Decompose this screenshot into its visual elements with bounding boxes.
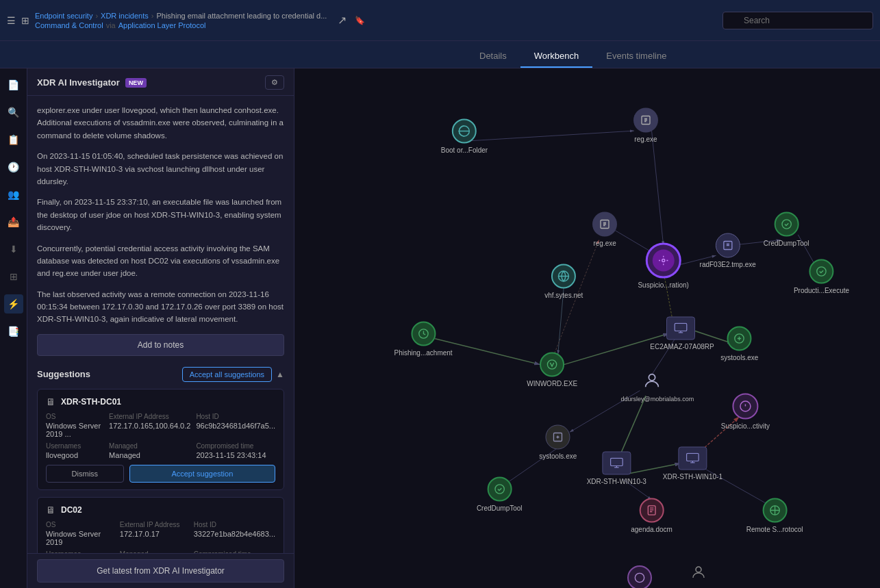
node-reg2[interactable]: reg.exe: [592, 212, 617, 247]
node-reg1[interactable]: reg.exe: [633, 108, 658, 143]
breadcrumb-command-control[interactable]: Command & Control: [35, 21, 103, 29]
svg-point-25: [662, 259, 665, 262]
tab-bar: Details Workbench Events timeline: [0, 41, 880, 68]
node-suspicious-ration[interactable]: Suspicio...ration): [638, 243, 688, 289]
node-creddump1[interactable]: CredDumpTool: [764, 212, 809, 247]
get-latest-button[interactable]: Get latest from XDR AI Investigator: [37, 559, 284, 583]
ai-investigator-header: XDR AI Investigator NEW ⚙: [27, 68, 294, 96]
tab-workbench[interactable]: Workbench: [520, 45, 593, 68]
node-label-creddump1: CredDumpTool: [764, 240, 809, 247]
breadcrumb-top: Endpoint security › XDR incidents › Phis…: [35, 12, 327, 20]
node-ec2amaz[interactable]: EC2AMAZ-07A08RP: [650, 317, 712, 350]
bookmark-icon[interactable]: 🔖: [355, 16, 365, 25]
node-label-producti: Producti...Execute: [794, 286, 849, 294]
field-ip-1: External IP Address 172.17.0.165,100.64.…: [109, 413, 190, 438]
node-circle-ec2amaz: [666, 317, 695, 340]
ai-settings-button[interactable]: ⚙: [265, 75, 284, 90]
suggestion-card-2: 🖥 DC02 OS Windows Server 2019 External I…: [37, 497, 284, 553]
node-label-reg1: reg.exe: [634, 136, 657, 143]
node-creddump2[interactable]: CredDumpTool: [477, 477, 523, 512]
node-xdr-win10-1[interactable]: XDR-STH-WIN10-1: [663, 446, 722, 480]
sidebar-icon-lightning[interactable]: ⚡: [4, 294, 23, 314]
node-circle-winword: [540, 353, 564, 377]
node-label-vhf: vhf.sytes.net: [544, 292, 583, 299]
node-agenda[interactable]: agenda.docm: [631, 498, 672, 533]
node-phishing[interactable]: Phishing...achment: [394, 321, 453, 356]
node-boot-folder[interactable]: Boot or...Folder: [441, 118, 488, 153]
svg-rect-36: [610, 459, 623, 466]
node-circle-agenda: [640, 498, 664, 522]
node-systools1[interactable]: systools.exe: [720, 327, 758, 361]
add-to-notes-button[interactable]: Add to notes: [37, 334, 284, 356]
svg-point-31: [548, 360, 557, 369]
left-panel: XDR AI Investigator NEW ⚙ explorer.exe u…: [27, 68, 294, 588]
sidebar-icon-export[interactable]: 📤: [4, 212, 23, 231]
breadcrumb-app-layer[interactable]: Application Layer Protocol: [118, 21, 206, 29]
search-input[interactable]: [722, 12, 873, 29]
svg-point-42: [696, 567, 701, 572]
card-1-title-row: 🖥 XDR-STH-DC01: [46, 396, 275, 407]
node-circle-boot: [452, 118, 477, 143]
sidebar-icon-grid[interactable]: ⊞: [4, 267, 23, 286]
node-remote-protocol[interactable]: Remote S...rotocol: [746, 498, 803, 533]
svg-line-3: [652, 131, 664, 245]
svg-point-34: [649, 374, 655, 381]
sidebar-icon-download[interactable]: ⬇: [4, 240, 23, 259]
breadcrumb-bottom: Command & Control via Application Layer …: [35, 21, 327, 29]
sidebar-icon-users[interactable]: 👥: [4, 185, 23, 204]
panel-scroll[interactable]: explorer.exe under user llovegood, which…: [27, 96, 294, 553]
svg-point-43: [636, 573, 644, 582]
node-ddursley[interactable]: ddursley@mobrialabs.com: [621, 368, 683, 402]
node-circle-systools1: [727, 327, 752, 351]
hamburger-icon[interactable]: ☰: [7, 15, 16, 26]
node-vhf-sytes[interactable]: vhf.sytes.net: [544, 264, 583, 299]
top-bar-left: ☰ ⊞ Endpoint security › XDR incidents › …: [7, 12, 722, 29]
sidebar-icon-search[interactable]: 🔍: [4, 103, 23, 122]
node-label-suspicious-ration: Suspicio...ration): [638, 281, 688, 289]
node-radf03e2[interactable]: radF03E2.tmp.exe: [700, 233, 756, 268]
node-label-radf: radF03E2.tmp.exe: [700, 260, 756, 268]
node-circle-creddump1: [774, 212, 799, 237]
field-managed-1: Managed Managed: [109, 442, 190, 459]
left-sidebar: 📄 🔍 📋 🕐 👥 📤 ⬇ ⊞ ⚡ 📑: [0, 68, 27, 588]
share-icon[interactable]: ↗: [338, 14, 347, 27]
node-xdr-bottom[interactable]: [627, 565, 652, 588]
product-icon[interactable]: ⊞: [21, 15, 29, 26]
accept-all-button[interactable]: Accept all suggestions: [182, 367, 272, 382]
node-label-reg2: reg.exe: [593, 240, 616, 247]
collapse-icon[interactable]: ▲: [276, 370, 284, 379]
ai-title-row: XDR AI Investigator NEW: [37, 77, 147, 88]
breadcrumb-current: Phishing email attachment leading to cre…: [156, 12, 327, 20]
node-winword[interactable]: WINWORD.EXE: [527, 353, 577, 387]
node-circle-reg2: [592, 212, 617, 237]
node-xdr-win10-3[interactable]: XDR-STH-WIN10-3: [587, 452, 646, 485]
sidebar-icon-history[interactable]: 🕐: [4, 157, 23, 177]
node-circle-phishing: [411, 321, 436, 346]
breadcrumb-endpoint[interactable]: Endpoint security: [35, 12, 92, 20]
ai-text-3: Finally, on 2023-11-15 23:37:10, an exec…: [37, 196, 284, 233]
sidebar-icon-file[interactable]: 📄: [4, 75, 23, 94]
tab-events[interactable]: Events timeline: [592, 45, 680, 68]
node-label-systools2: systools.exe: [539, 452, 577, 460]
svg-rect-32: [675, 323, 687, 331]
field-hostid-1: Host ID 96c9b234681d46f7a5...: [196, 413, 275, 438]
dismiss-button-1[interactable]: Dismiss: [46, 465, 124, 483]
node-suspicious-ctivity[interactable]: Suspicio...ctivity: [721, 393, 770, 429]
svg-point-28: [817, 266, 826, 275]
accept-suggestion-button-1[interactable]: Accept suggestion: [129, 465, 275, 483]
breadcrumb-xdr[interactable]: XDR incidents: [101, 12, 149, 20]
node-label-ec2amaz: EC2AMAZ-07A08RP: [650, 343, 712, 350]
graph-area[interactable]: Boot or...Folder reg.exe reg.exe: [294, 68, 880, 588]
monitor-icon-1: 🖥: [46, 396, 55, 407]
node-person-bottom[interactable]: [688, 561, 709, 583]
sidebar-icon-document[interactable]: 📑: [4, 322, 23, 341]
tab-details[interactable]: Details: [466, 45, 520, 68]
node-producti[interactable]: Producti...Execute: [794, 259, 849, 294]
node-label-ddursley: ddursley@mobrialabs.com: [621, 396, 683, 402]
svg-line-20: [552, 240, 599, 359]
node-systools2[interactable]: systools.exe: [539, 425, 577, 460]
breadcrumb: Endpoint security › XDR incidents › Phis…: [35, 12, 327, 29]
sidebar-icon-list[interactable]: 📋: [4, 130, 23, 149]
card-2-fields: OS Windows Server 2019 External IP Addre…: [46, 521, 275, 553]
top-bar-right: 🔍: [722, 12, 873, 29]
